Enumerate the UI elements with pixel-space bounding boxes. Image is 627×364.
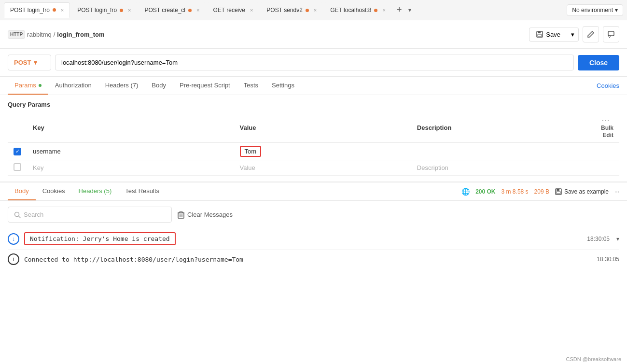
tab-label: POST login_fro [10,7,50,14]
breadcrumb: HTTP rabbitmq / login_from_tom [8,30,525,39]
table-row-empty: Key Value Description [8,160,619,176]
save-as-example[interactable]: Save as example [555,188,609,195]
param-description[interactable] [411,143,589,160]
env-label: No environment [572,7,613,14]
pencil-icon [587,30,595,38]
value-placeholder[interactable]: Value [240,164,255,171]
method-chevron: ▾ [34,59,37,66]
tab-label: POST login_fro [77,7,117,14]
tabs-overflow-chevron[interactable]: ▾ [406,7,413,14]
env-chevron: ▾ [615,7,618,14]
param-key[interactable]: username [27,143,234,160]
tab-get-receive[interactable]: GET receive × [207,2,259,18]
tests-label: Tests [244,82,258,89]
svg-rect-5 [557,189,559,191]
tab-body[interactable]: Body [145,77,173,95]
send-button[interactable]: Close [578,55,619,70]
url-input[interactable] [55,55,574,70]
tab-close[interactable]: × [196,7,199,13]
breadcrumb-separator: / [54,31,56,38]
tab-dot [53,8,56,12]
prerequest-label: Pre-request Script [180,82,230,89]
response-headers-label: Headers (5) [79,187,112,195]
tab-post-sendv2[interactable]: POST sendv2 × [260,2,323,18]
info-time: 18:30:05 [597,256,619,263]
environment-selector[interactable]: No environment ▾ [567,4,623,16]
save-button-group: Save ▾ [529,28,579,42]
row-checkbox[interactable]: ✓ [14,148,21,155]
search-input[interactable] [24,211,166,218]
response-cookies-label: Cookies [42,187,65,195]
params-dot [39,84,42,87]
tab-label: GET localhost:8 [330,7,371,14]
edit-button[interactable] [583,26,599,42]
tab-headers[interactable]: Headers (7) [98,77,145,95]
tab-dot [374,9,377,12]
tab-post-login1[interactable]: POST login_fro × [4,2,70,18]
search-bar[interactable] [8,207,172,223]
tab-close[interactable]: × [250,7,253,13]
response-tab-body[interactable]: Body [8,182,36,200]
table-row: ✓ username Tom [8,143,619,160]
row-checkbox-empty[interactable] [14,163,21,171]
cookies-link[interactable]: Cookies [597,77,619,94]
key-placeholder[interactable]: Key [33,164,43,171]
breadcrumb-root[interactable]: rabbitmq [27,31,52,38]
body-label: Body [152,82,166,89]
response-section: Body Cookies Headers (5) Test Results 🌐 … [0,182,627,275]
response-tab-cookies[interactable]: Cookies [36,182,72,200]
response-time: 3 m 8.58 s [502,188,529,195]
param-value[interactable]: Tom [234,143,411,160]
svg-rect-13 [180,211,182,213]
authorization-label: Authorization [55,82,92,89]
tab-tests[interactable]: Tests [237,77,265,95]
tab-close[interactable]: × [61,7,64,13]
svg-rect-2 [538,34,542,37]
desc-placeholder[interactable]: Description [417,164,448,171]
http-badge: HTTP [8,30,25,39]
tab-settings[interactable]: Settings [265,77,301,95]
save-chevron-icon: ▾ [571,31,574,38]
info-icon: i [8,253,19,265]
col-value: Value [234,113,411,143]
notification-text: Notification: Jerry's Home is created [24,232,176,245]
response-tab-headers[interactable]: Headers (5) [72,182,119,200]
response-tabs: Body Cookies Headers (5) Test Results 🌐 … [0,182,627,201]
info-text: Connected to http://localhost:8080/user/… [24,256,592,263]
method-label: POST [14,59,31,66]
tab-close[interactable]: × [382,7,385,13]
credit-text: CSDN @breaksoftware [566,356,621,362]
tab-authorization[interactable]: Authorization [48,77,98,95]
method-selector[interactable]: POST ▾ [8,55,51,70]
save-button[interactable]: Save [529,28,567,42]
response-size: 209 B [534,188,549,195]
bulk-edit-link[interactable]: Bulk Edit [601,125,613,139]
expand-chevron[interactable]: ▾ [616,236,619,242]
tab-get-localhost[interactable]: GET localhost:8 × [324,2,392,18]
new-tab-button[interactable]: + [393,5,406,15]
svg-rect-1 [538,31,541,33]
save-icon [536,31,543,38]
clear-messages-button[interactable]: Clear Messages [178,211,233,219]
more-options-icon[interactable]: ··· [602,117,610,124]
tab-post-create[interactable]: POST create_cl × [139,2,206,18]
save-label: Save [546,31,560,38]
settings-label: Settings [272,82,294,89]
svg-rect-3 [608,31,614,36]
save-dropdown-button[interactable]: ▾ [567,28,579,42]
param-value-highlighted[interactable]: Tom [240,146,262,157]
tab-params[interactable]: Params [8,77,48,95]
param-tabs: Params Authorization Headers (7) Body Pr… [0,77,627,95]
response-more-options[interactable]: ··· [614,188,619,195]
response-tab-test-results[interactable]: Test Results [118,182,166,200]
comment-button[interactable] [603,26,619,42]
tab-prerequest[interactable]: Pre-request Script [173,77,237,95]
tab-bar: POST login_fro × POST login_fro × POST c… [0,0,627,20]
footer-credit: CSDN @breaksoftware [560,354,627,364]
tab-post-login2[interactable]: POST login_fro × [71,2,137,18]
tab-close[interactable]: × [314,7,317,13]
svg-rect-9 [178,213,184,218]
col-description: Description [411,113,589,143]
comment-icon [607,30,615,38]
tab-close[interactable]: × [128,7,131,13]
